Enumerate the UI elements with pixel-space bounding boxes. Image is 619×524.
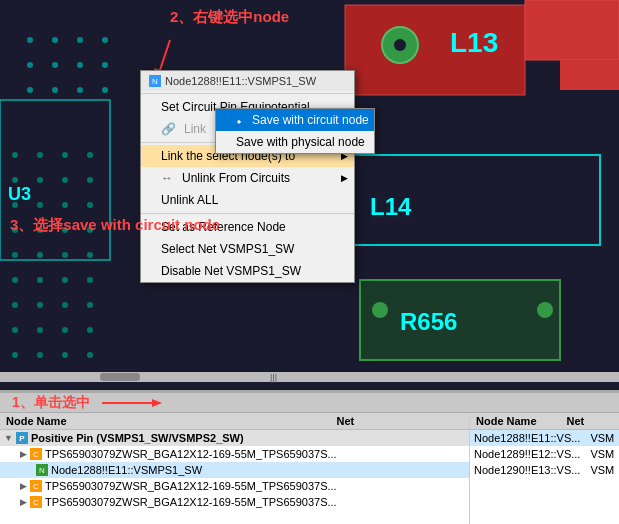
tree-icon-parent: P: [16, 432, 28, 444]
bottom-panel: 1、单击选中 Node Name Net ▼ P Positive Pin (V…: [0, 390, 619, 524]
tree-row-child-4[interactable]: ▶ C TPS65903079ZWSR_BGA12X12-169-55M_TPS…: [0, 494, 469, 510]
svg-rect-55: [560, 60, 619, 90]
right-node-1: Node1288!!E11::VS...: [474, 432, 580, 444]
svg-point-42: [62, 327, 68, 333]
svg-point-11: [102, 87, 108, 93]
right-net-1: VSM: [590, 432, 614, 444]
expand-icon-1[interactable]: ▼: [4, 433, 13, 443]
separator-3: [141, 213, 354, 214]
tree-col-net: Net: [337, 415, 355, 427]
svg-point-37: [37, 302, 43, 308]
svg-point-19: [87, 177, 93, 183]
svg-point-5: [52, 62, 58, 68]
svg-point-29: [37, 252, 43, 258]
expand-icon-2[interactable]: ▶: [20, 449, 27, 459]
tree-icon-child2: N: [36, 464, 48, 476]
svg-point-6: [77, 62, 83, 68]
right-row-1[interactable]: Node1288!!E11::VS... VSM: [470, 430, 619, 446]
right-net-2: VSM: [590, 448, 614, 460]
menu-unlink-all[interactable]: Unlink ALL: [141, 189, 354, 211]
svg-point-47: [87, 352, 93, 358]
tree-icon-child1: C: [30, 448, 42, 460]
svg-point-40: [12, 327, 18, 333]
tree-child4-label: TPS65903079ZWSR_BGA12X12-169-55M_TPS6590…: [45, 496, 337, 508]
svg-point-10: [77, 87, 83, 93]
right-node-2: Node1289!!E12::VS...: [474, 448, 580, 460]
tree-icon-child4: C: [30, 496, 42, 508]
svg-point-53: [394, 39, 406, 51]
svg-point-28: [12, 252, 18, 258]
svg-point-39: [87, 302, 93, 308]
menu-select-net[interactable]: Select Net VSMPS1_SW: [141, 238, 354, 260]
expand-icon-3[interactable]: ▶: [20, 481, 27, 491]
svg-point-7: [102, 62, 108, 68]
tree-icon-child3: C: [30, 480, 42, 492]
tree-child1-label: TPS65903079ZWSR_BGA12X12-169-55M_TPS6590…: [45, 448, 337, 460]
svg-point-22: [62, 202, 68, 208]
u3-label: U3: [8, 184, 31, 204]
right-row-2[interactable]: Node1289!!E12::VS... VSM: [470, 446, 619, 462]
svg-point-8: [27, 87, 33, 93]
svg-point-44: [12, 352, 18, 358]
right-row-3[interactable]: Node1290!!E13::VS... VSM: [470, 462, 619, 478]
save-physical-label: Save with physical node: [236, 135, 365, 149]
tree-row-child-2[interactable]: N Node1288!!E11::VSMPS1_SW: [0, 462, 469, 478]
svg-point-38: [62, 302, 68, 308]
svg-point-14: [62, 152, 68, 158]
step1-arrow: [102, 394, 162, 412]
svg-rect-54: [525, 0, 619, 60]
svg-point-30: [62, 252, 68, 258]
menu-header-icon: N: [149, 75, 161, 87]
separator-1: [141, 93, 354, 94]
tree-row-parent[interactable]: ▼ P Positive Pin (VSMPS1_SW/VSMPS2_SW): [0, 430, 469, 446]
expand-icon-4[interactable]: ▶: [20, 497, 27, 507]
svg-point-41: [37, 327, 43, 333]
unlink-all-label: Unlink ALL: [161, 193, 218, 207]
tree-left-panel: Node Name Net ▼ P Positive Pin (VSMPS1_S…: [0, 413, 470, 524]
right-net-3: VSM: [590, 464, 614, 476]
svg-point-3: [102, 37, 108, 43]
tree-row-child-1[interactable]: ▶ C TPS65903079ZWSR_BGA12X12-169-55M_TPS…: [0, 446, 469, 462]
unlink-circuits-label: Unlink From Circuits: [182, 171, 290, 185]
bottom-toolbar: 1、单击选中: [0, 393, 619, 413]
svg-point-16: [12, 177, 18, 183]
svg-point-1: [52, 37, 58, 43]
tree-parent-label: Positive Pin (VSMPS1_SW/VSMPS2_SW): [31, 432, 244, 444]
svg-point-34: [62, 277, 68, 283]
select-net-label: Select Net VSMPS1_SW: [161, 242, 294, 256]
svg-point-56: [372, 302, 388, 318]
svg-point-45: [37, 352, 43, 358]
svg-point-21: [37, 202, 43, 208]
svg-point-13: [37, 152, 43, 158]
menu-disable-net[interactable]: Disable Net VSMPS1_SW: [141, 260, 354, 282]
step3-annotation: 3、选择save with circuit node: [10, 216, 220, 235]
save-circuit-icon: ⬥: [236, 115, 242, 126]
tree-right-panel: Node Name Net Node1288!!E11::VS... VSM N…: [470, 413, 619, 524]
tree-left-header: Node Name Net: [0, 413, 469, 430]
step2-annotation: 2、右键选中node: [170, 8, 289, 27]
menu-header-label: Node1288!!E11::VSMPS1_SW: [165, 75, 316, 87]
svg-point-17: [37, 177, 43, 183]
svg-point-15: [87, 152, 93, 158]
tree-child3-label: TPS65903079ZWSR_BGA12X12-169-55M_TPS6590…: [45, 480, 337, 492]
menu-unlink-circuits[interactable]: ↔ Unlink From Circuits: [141, 167, 354, 189]
svg-point-0: [27, 37, 33, 43]
r656-area: [360, 280, 560, 360]
link-icon: 🔗: [161, 122, 176, 136]
svg-point-2: [77, 37, 83, 43]
submenu-save-physical[interactable]: Save with physical node: [216, 131, 374, 153]
tree-row-child-3[interactable]: ▶ C TPS65903079ZWSR_BGA12X12-169-55M_TPS…: [0, 478, 469, 494]
svg-point-4: [27, 62, 33, 68]
tree-area: Node Name Net ▼ P Positive Pin (VSMPS1_S…: [0, 413, 619, 524]
submenu-save-circuit[interactable]: ⬥ Save with circuit node: [216, 109, 374, 131]
svg-point-31: [87, 252, 93, 258]
svg-marker-65: [152, 399, 162, 407]
svg-point-12: [12, 152, 18, 158]
step1-annotation: 1、单击选中: [4, 392, 98, 414]
pcb-canvas: dots: [0, 0, 619, 390]
svg-point-33: [37, 277, 43, 283]
l14-label: L14: [370, 193, 412, 220]
link-label: Link: [184, 122, 206, 136]
svg-rect-59: [100, 373, 140, 381]
svg-point-9: [52, 87, 58, 93]
